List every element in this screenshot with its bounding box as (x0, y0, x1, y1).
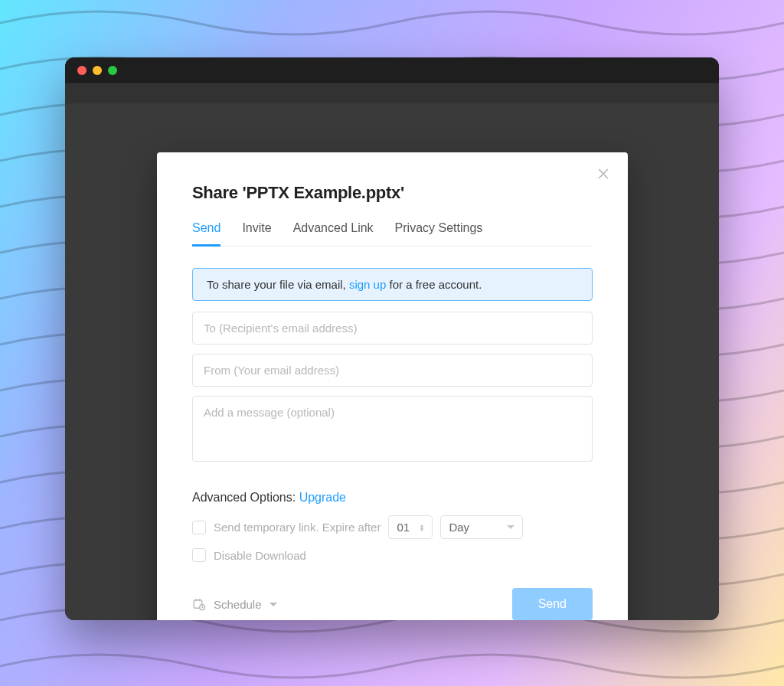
banner-suffix: for a free account. (386, 278, 482, 291)
window-minimize-dot[interactable] (93, 66, 102, 75)
close-icon[interactable] (596, 166, 611, 181)
share-modal: Share 'PPTX Example.pptx' Send Invite Ad… (157, 152, 628, 620)
expiry-value-stepper[interactable]: 01 ▲▼ (388, 515, 433, 539)
chevron-down-icon (507, 525, 514, 529)
sender-email-field[interactable] (192, 354, 593, 387)
banner-prefix: To share your file via email, (207, 278, 349, 291)
message-field[interactable] (192, 396, 593, 462)
schedule-button[interactable]: Schedule (192, 597, 277, 611)
tab-send[interactable]: Send (192, 221, 220, 247)
schedule-icon (192, 597, 206, 611)
signup-banner: To share your file via email, sign up fo… (192, 268, 593, 301)
advanced-options-label: Advanced Options: Upgrade (192, 491, 593, 505)
temp-link-checkbox[interactable] (192, 521, 206, 534)
modal-title: Share 'PPTX Example.pptx' (192, 183, 593, 203)
tab-invite[interactable]: Invite (242, 221, 271, 247)
upgrade-link[interactable]: Upgrade (299, 491, 346, 504)
stepper-arrows-icon: ▲▼ (420, 524, 425, 531)
modal-footer: Schedule Send (192, 588, 593, 620)
temp-link-label: Send temporary link. Expire after (214, 521, 381, 534)
window-content: N Share 'PPTX Example.pptx' Send Invite … (65, 103, 719, 620)
recipient-email-field[interactable] (192, 312, 593, 345)
window-maximize-dot[interactable] (108, 66, 117, 75)
disable-download-label: Disable Download (214, 549, 306, 562)
tab-advanced-link[interactable]: Advanced Link (293, 221, 374, 247)
modal-tabs: Send Invite Advanced Link Privacy Settin… (192, 221, 593, 247)
disable-download-checkbox[interactable] (192, 548, 206, 562)
temp-link-row: Send temporary link. Expire after 01 ▲▼ … (192, 515, 593, 539)
send-button[interactable]: Send (512, 588, 593, 620)
window-tabbar (65, 83, 719, 103)
disable-download-row: Disable Download (192, 548, 593, 562)
tab-privacy-settings[interactable]: Privacy Settings (395, 221, 483, 247)
signup-link[interactable]: sign up (349, 278, 386, 291)
browser-window: N Share 'PPTX Example.pptx' Send Invite … (65, 57, 719, 620)
expiry-unit-select[interactable]: Day (440, 515, 523, 539)
window-close-dot[interactable] (77, 66, 87, 75)
window-titlebar (65, 57, 719, 83)
chevron-down-icon (270, 603, 277, 606)
